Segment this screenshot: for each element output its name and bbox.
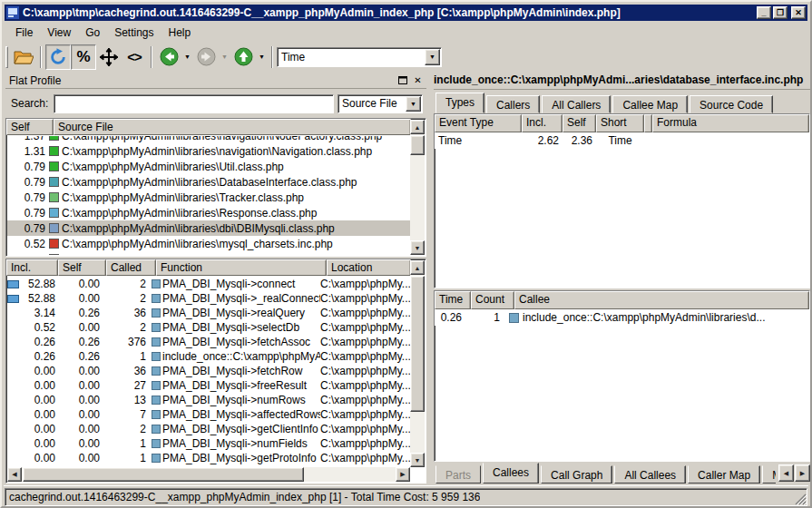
tab-machine[interactable]: Machine [762,465,776,484]
function-row[interactable]: 0.000.007PMA_DBI_Mysqli->affectedRowsC:\… [7,407,410,422]
detail-panel: include_once::C:\xampp\phpMyAdmi...aries… [432,73,812,484]
menu-view[interactable]: View [41,24,77,41]
menu-help[interactable]: Help [162,24,198,41]
open-file-button[interactable] [11,44,36,70]
dock-title-bar[interactable]: Flat Profile ✕ [5,73,426,89]
resize-grip[interactable] [795,493,807,505]
function-row[interactable]: 0.260.26376PMA_DBI_Mysqli->fetchAssocC:\… [7,335,410,349]
col-header-count[interactable]: Count [471,291,514,309]
callee-row[interactable]: 0.261include_once::C:\xampp\phpMyAdmin\l… [435,309,809,326]
function-row[interactable]: 52.880.002PMA_DBI_Mysqli->connectC:\xamp… [7,277,410,291]
dropdown-arrow-icon[interactable]: ▼ [406,96,421,112]
reload-button[interactable] [45,44,71,70]
cycle-detection-button[interactable] [96,44,122,70]
function-row[interactable]: 0.000.001PMA_DBI_Mysqli->numFieldsC:\xam… [7,436,410,451]
file-row[interactable]: 1.31C:\xampp\phpMyAdmin\libraries\naviga… [7,143,410,159]
col-header-source-file[interactable]: Source File [54,119,411,135]
col-header-time[interactable]: Time [435,291,471,309]
col-header-event-type[interactable]: Event Type [435,114,522,132]
col-header-self[interactable]: Self [58,259,106,276]
back-button[interactable] [156,44,181,70]
tab-callees[interactable]: Callees [483,463,539,484]
open-folder-icon [14,49,34,65]
forward-dropdown-arrow[interactable]: ▼ [219,44,230,70]
function-row[interactable]: 0.520.002PMA_DBI_Mysqli->selectDbC:\xamp… [7,320,410,335]
scrollbar-thumb[interactable] [410,135,425,155]
menu-go[interactable]: Go [79,24,106,41]
tab-caller-map[interactable]: Caller Map [688,465,760,484]
tab-callee-map[interactable]: Callee Map [612,95,688,113]
file-row[interactable]: 0.79C:\xampp\phpMyAdmin\libraries\dbi\DB… [7,220,410,236]
scroll-up-icon[interactable]: ▲ [410,120,425,134]
function-row[interactable]: 52.880.002PMA_DBI_Mysqli->_realConnectC:… [7,291,410,306]
col-header-short[interactable]: Short [596,114,644,132]
toolbar-handle[interactable] [5,46,8,68]
col-header-location[interactable]: Location [327,259,411,276]
file-row[interactable]: 1.37C:\xampp\phpMyAdmin\libraries\naviga… [7,136,410,143]
function-row[interactable]: 0.260.261include_once::C:\xampp\phpMyAd.… [7,349,410,364]
file-row[interactable]: 0.79C:\xampp\phpMyAdmin\libraries\Respon… [7,205,410,220]
file-row[interactable]: 0.79C:\xampp\phpMyAdmin\libraries\Databa… [7,174,410,190]
col-header-spacer[interactable] [644,114,652,132]
tab-scroll-left-icon[interactable]: ◀ [778,464,794,482]
function-table-hscrollbar[interactable]: ◀ ▶ [7,467,410,482]
group-selector[interactable]: Source File ▼ [338,94,423,113]
function-row[interactable]: 0.000.002PMA_DBI_Mysqli->getClientInfoC:… [7,422,410,436]
close-button[interactable]: ✕ [791,6,806,19]
title-bar[interactable]: C:\xampp\tmp\cachegrind.out.1416463299-C… [5,5,807,21]
function-table-vscrollbar[interactable]: ▲ ▼ [410,260,425,467]
file-row[interactable]: 0.52C:\xampp\phpMyAdmin\libraries\user_p… [7,251,410,255]
forward-button[interactable] [193,44,219,70]
file-list-vscrollbar[interactable]: ▲ ▼ [410,120,425,255]
tab-scroll-right-icon[interactable]: ▶ [795,464,810,482]
scroll-right-icon[interactable]: ▶ [396,467,410,482]
event-type-row[interactable]: Time2.622.36Time [435,132,809,149]
search-input[interactable] [54,94,334,113]
scrollbar-thumb[interactable] [410,276,425,412]
tab-source-code[interactable]: Source Code [690,95,773,113]
col-header-incl[interactable]: Incl. [6,259,58,276]
tab-all-callers[interactable]: All Callers [542,95,611,113]
scroll-down-icon[interactable]: ▼ [410,240,425,255]
col-header-formula[interactable]: Formula [652,114,809,132]
col-header-self[interactable]: Self [563,114,596,132]
menu-file[interactable]: File [9,24,39,41]
scroll-left-icon[interactable]: ◀ [7,467,22,482]
function-row[interactable]: 3.140.2636PMA_DBI_Mysqli->realQueryC:\xa… [7,306,410,320]
source-file-list: Self Source File 1.37C:\xampp\phpMyAdmin… [5,118,426,257]
file-row[interactable]: 0.52C:\xampp\phpMyAdmin\libraries\mysql_… [7,236,410,251]
up-dropdown-arrow[interactable]: ▼ [256,44,268,70]
col-header-function[interactable]: Function [156,259,327,276]
tab-callers[interactable]: Callers [486,95,540,113]
callees-table-header: Time Count Callee [435,291,809,309]
file-row[interactable]: 0.79C:\xampp\phpMyAdmin\libraries\Tracke… [7,190,410,205]
minimize-button[interactable]: _ [757,6,771,19]
col-header-incl[interactable]: Incl. [522,114,563,132]
shorten-templates-button[interactable]: <> [122,44,147,70]
col-header-self[interactable]: Self [6,119,54,135]
dropdown-arrow-icon[interactable]: ▼ [425,49,440,65]
relative-percent-button[interactable]: % [71,44,96,70]
function-row[interactable]: 0.000.0013PMA_DBI_Mysqli->numRowsC:\xamp… [7,393,410,407]
up-button[interactable] [230,44,256,70]
function-row[interactable]: 0.000.0036PMA_DBI_Mysqli->fetchRowC:\xam… [7,364,410,378]
window-title: C:\xampp\tmp\cachegrind.out.1416463299-C… [23,6,755,19]
file-row[interactable]: 0.79C:\xampp\phpMyAdmin\libraries\Util.c… [7,159,410,174]
menu-settings[interactable]: Settings [108,24,160,41]
event-type-selector[interactable]: Time ▼ [277,47,442,67]
scrollbar-thumb[interactable] [23,467,304,482]
dock-float-icon[interactable] [396,74,409,87]
col-header-callee[interactable]: Callee [514,291,809,309]
tab-call-graph[interactable]: Call Graph [541,465,612,484]
tab-types[interactable]: Types [435,93,484,113]
col-header-called[interactable]: Called [106,259,156,276]
file-group-icon [49,146,59,156]
function-row[interactable]: 0.000.0027PMA_DBI_Mysqli->freeResultC:\x… [7,378,410,393]
back-dropdown-arrow[interactable]: ▼ [181,44,193,70]
maximize-button[interactable]: ❐ [773,6,788,19]
scroll-up-icon[interactable]: ▲ [410,260,425,275]
tab-all-callees[interactable]: All Callees [614,465,686,484]
dock-close-icon[interactable]: ✕ [411,74,425,87]
function-row[interactable]: 0.000.001PMA_DBI_Mysqli->getProtoInfoC:\… [7,451,410,465]
scroll-down-icon[interactable]: ▼ [410,453,425,467]
